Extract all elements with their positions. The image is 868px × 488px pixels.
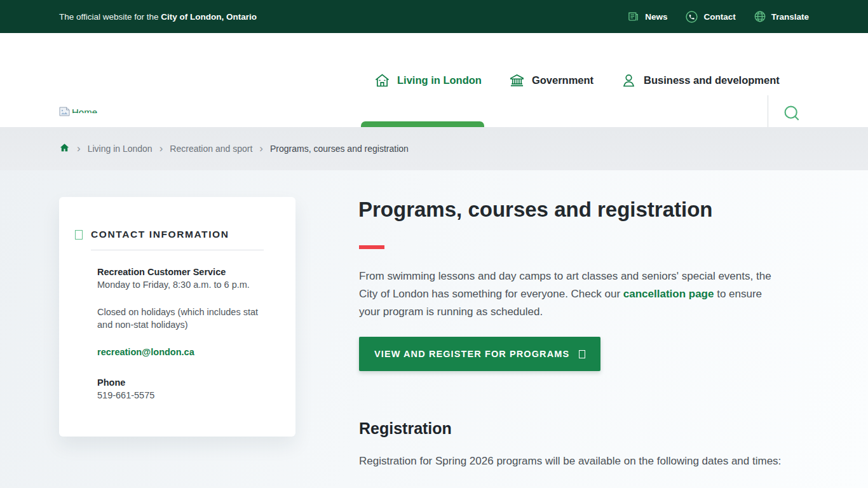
header-divider <box>768 95 768 132</box>
registration-text: Registration for Spring 2026 programs wi… <box>359 453 804 470</box>
registration-heading: Registration <box>359 419 452 438</box>
translate-label: Translate <box>771 12 809 22</box>
house-icon <box>374 72 391 89</box>
service-hours: Monday to Friday, 8:30 a.m. to 6 p.m. <box>97 278 266 291</box>
phone-icon <box>685 10 698 24</box>
home-logo-link[interactable]: Home <box>59 107 97 119</box>
government-icon <box>508 72 526 89</box>
closed-note: Closed on holidays (which includes stat … <box>97 306 266 331</box>
breadcrumb-home-link[interactable] <box>59 142 70 156</box>
person-icon <box>620 72 637 89</box>
top-utility-bar: The official website for the City of Lon… <box>0 0 868 33</box>
phone-label: Phone <box>97 376 266 389</box>
chevron-right-icon: › <box>259 143 263 154</box>
chevron-right-icon: › <box>77 143 81 154</box>
contact-label: Contact <box>703 12 735 22</box>
nav-item-government[interactable]: Government <box>508 72 593 89</box>
breadcrumb-item-recreation-and-sport[interactable]: Recreation and sport <box>170 144 252 154</box>
search-icon <box>782 103 802 125</box>
globe-icon <box>754 10 766 23</box>
news-label: News <box>645 12 667 22</box>
view-and-register-button[interactable]: VIEW AND REGISTER FOR PROGRAMS <box>359 337 600 371</box>
broken-image-icon <box>59 107 70 119</box>
chevron-right-icon: › <box>159 143 163 154</box>
breadcrumb: › Living in London › Recreation and spor… <box>59 127 409 170</box>
translate-link[interactable]: Translate <box>754 10 809 23</box>
red-accent-bar <box>359 245 384 249</box>
nav-item-living-in-london[interactable]: Living in London <box>374 72 482 89</box>
nav-label: Government <box>532 74 593 86</box>
active-nav-indicator <box>361 121 484 127</box>
tagline-prefix: The official website for the <box>59 12 161 22</box>
nav-label: Business and development <box>644 74 780 86</box>
news-icon <box>627 10 640 23</box>
logo-alt-text: Home <box>72 107 97 113</box>
page-title: Programs, courses and registration <box>358 198 713 222</box>
site-header: Home Living in London <box>0 33 868 127</box>
home-icon <box>59 142 70 156</box>
contact-card-title: CONTACT INFORMATION <box>91 229 229 240</box>
site-tagline: The official website for the City of Lon… <box>59 12 257 22</box>
contact-information-card: CONTACT INFORMATION Recreation Customer … <box>59 197 295 437</box>
contact-card-body: Recreation Customer Service Monday to Fr… <box>59 250 295 402</box>
search-button[interactable] <box>780 102 804 126</box>
topbar-links: News Contact <box>627 10 809 24</box>
external-link-icon <box>579 350 585 358</box>
logo-alt-text-clip: Home <box>72 107 97 113</box>
tagline-city-name: City of London, Ontario <box>161 12 257 22</box>
nav-item-business-and-development[interactable]: Business and development <box>620 72 780 89</box>
cta-label: VIEW AND REGISTER FOR PROGRAMS <box>374 349 569 359</box>
news-link[interactable]: News <box>627 10 667 23</box>
contact-card-icon <box>75 230 83 240</box>
nav-label: Living in London <box>397 74 482 86</box>
email-link[interactable]: recreation@london.ca <box>97 346 194 358</box>
contact-card-header: CONTACT INFORMATION <box>59 197 295 240</box>
cancellation-page-link[interactable]: cancellation page <box>623 288 714 300</box>
service-name: Recreation Customer Service <box>97 266 266 278</box>
breadcrumb-item-living-in-london[interactable]: Living in London <box>88 144 153 154</box>
phone-number: 519-661-5575 <box>97 389 266 402</box>
breadcrumb-bar: › Living in London › Recreation and spor… <box>0 127 868 170</box>
page: The official website for the City of Lon… <box>0 0 868 488</box>
intro-paragraph: From swimming lessons and day camps to a… <box>359 268 785 321</box>
contact-link[interactable]: Contact <box>685 10 735 24</box>
primary-nav: Living in London Government <box>374 33 780 127</box>
breadcrumb-item-current: Programs, courses and registration <box>270 144 409 154</box>
